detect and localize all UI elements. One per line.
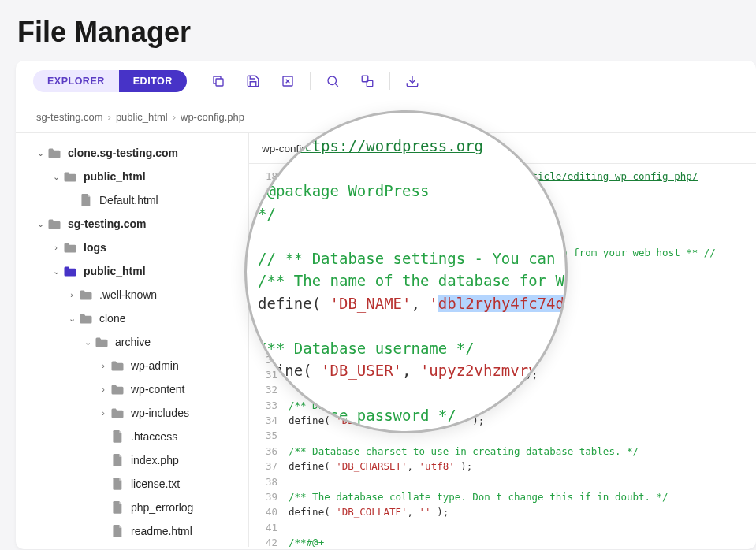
svg-rect-0: [216, 79, 223, 86]
code-line[interactable]: 39/** The database collate type. Don't c…: [249, 489, 756, 504]
code-line[interactable]: 29: [249, 336, 756, 351]
line-number: 33: [249, 398, 289, 413]
code-line[interactable]: 38: [249, 474, 756, 489]
file-icon: [110, 524, 125, 538]
breadcrumb-segment[interactable]: sg-testing.com: [36, 111, 103, 123]
editor-area: wp-config.php 18 * @link https://wordpre…: [249, 133, 756, 547]
tree-file[interactable]: Default.html: [16, 188, 248, 212]
tree-label: clone: [99, 312, 125, 325]
chevron-down-icon[interactable]: ⌄: [66, 314, 77, 324]
code-line[interactable]: 42/**#@+: [249, 535, 756, 547]
search-icon[interactable]: [315, 69, 350, 94]
line-number: 41: [249, 520, 289, 535]
discard-icon[interactable]: [270, 69, 305, 94]
tree-folder[interactable]: ⌄archive: [16, 330, 248, 354]
file-tab-wp-config[interactable]: wp-config.php: [249, 133, 341, 163]
line-number: 19: [249, 184, 289, 199]
copy-icon[interactable]: [201, 69, 236, 94]
tree-folder[interactable]: ›.well-known: [16, 283, 248, 307]
code-view[interactable]: 18 * @link https://wordpress.org/support…: [249, 164, 756, 547]
download-icon[interactable]: [395, 69, 430, 94]
chevron-right-icon[interactable]: ›: [50, 243, 61, 252]
tree-label: Default.html: [99, 194, 158, 206]
file-tree[interactable]: ⌄clone.sg-testing.com⌄public_htmlDefault…: [16, 133, 249, 547]
line-number: 38: [249, 474, 289, 489]
chevron-right-icon[interactable]: ›: [98, 361, 109, 370]
tree-folder[interactable]: ⌄public_html: [16, 259, 248, 283]
chevron-right-icon[interactable]: ›: [98, 385, 109, 394]
line-number: 31: [249, 367, 289, 382]
line-number: 36: [249, 444, 289, 459]
code-line[interactable]: 28define( 'DB_USER', 'upyz2vhzmvrv9' );: [249, 321, 756, 336]
page-title: File Manager: [0, 0, 756, 61]
code-line[interactable]: 22: [249, 230, 756, 245]
tree-folder[interactable]: ⌄clone: [16, 307, 248, 330]
tree-file[interactable]: php_errorlog: [16, 496, 248, 519]
code-line[interactable]: 19 *: [249, 184, 756, 199]
code-line[interactable]: 34define( 'DB_HOST', 'localhost' );: [249, 413, 756, 428]
code-line[interactable]: 36/** Database charset to use in creatin…: [249, 444, 756, 459]
tree-file[interactable]: .htaccess: [16, 425, 248, 448]
tree-folder[interactable]: ›wp-includes: [16, 401, 248, 425]
chevron-right-icon: ›: [108, 111, 111, 123]
file-icon: [79, 193, 93, 207]
chevron-down-icon[interactable]: ⌄: [35, 148, 46, 158]
chevron-down-icon[interactable]: ⌄: [50, 172, 61, 182]
folder-icon: [47, 217, 61, 231]
save-icon[interactable]: [236, 69, 270, 94]
folder-icon: [110, 382, 125, 396]
line-number: 29: [249, 336, 289, 351]
code-line[interactable]: 40define( 'DB_COLLATE', '' );: [249, 504, 756, 519]
code-line[interactable]: 23// ** Database settings - You can get …: [249, 245, 756, 260]
tree-label: license.txt: [131, 478, 180, 490]
code-line[interactable]: 30/** Database password */: [249, 352, 756, 367]
replace-icon[interactable]: [350, 69, 385, 94]
separator: [389, 72, 390, 90]
tree-file[interactable]: index.php: [16, 448, 248, 472]
tree-label: .htaccess: [131, 430, 177, 443]
tree-label: wp-content: [131, 383, 184, 396]
tree-folder[interactable]: ⌄clone.sg-testing.com: [16, 141, 248, 165]
tree-folder[interactable]: ›wp-content: [16, 377, 248, 401]
tree-folder[interactable]: ⌄sg-testing.com: [16, 212, 248, 236]
code-line[interactable]: 25define( 'DB_NAME', 'dbl2ryhy4fc74d' );: [249, 276, 756, 291]
chevron-down-icon[interactable]: ⌄: [82, 337, 93, 347]
tree-file[interactable]: readme.html: [16, 519, 248, 543]
chevron-down-icon[interactable]: ⌄: [35, 219, 46, 229]
code-line[interactable]: 35: [249, 428, 756, 443]
tree-label: wp-admin: [131, 359, 179, 372]
tree-folder[interactable]: ›logs: [16, 236, 248, 259]
folder-icon: [63, 169, 77, 184]
chevron-down-icon[interactable]: ⌄: [50, 266, 61, 277]
code-line[interactable]: 24/** The name of the database for WordP…: [249, 260, 756, 275]
line-number: 40: [249, 504, 289, 519]
breadcrumb-segment[interactable]: public_html: [116, 111, 168, 123]
tree-file[interactable]: license.txt: [16, 472, 248, 496]
file-icon: [110, 500, 125, 515]
code-line[interactable]: 21 */: [249, 214, 756, 229]
code-line[interactable]: 32: [249, 382, 756, 397]
code-line[interactable]: 41: [249, 520, 756, 535]
code-line[interactable]: 27/** Database username */: [249, 306, 756, 321]
tree-folder[interactable]: ⌄public_html: [16, 165, 248, 188]
code-line[interactable]: 37define( 'DB_CHARSET', 'utf8' );: [249, 459, 756, 474]
code-line[interactable]: 33/** Database hostname */: [249, 398, 756, 413]
line-number: 42: [249, 535, 289, 547]
tree-label: clone.sg-testing.com: [68, 147, 178, 159]
mode-tabs: EXPLORER EDITOR: [33, 70, 187, 92]
tab-editor[interactable]: EDITOR: [119, 70, 187, 92]
chevron-right-icon[interactable]: ›: [66, 290, 77, 299]
file-icon: [110, 453, 125, 467]
tree-folder[interactable]: ›wp-admin: [16, 354, 248, 377]
code-line[interactable]: 18 * @link https://wordpress.org/support…: [249, 169, 756, 184]
code-line[interactable]: 31define( 'DB_PASSWORD', '5rzqgn8nt4969e…: [249, 367, 756, 382]
tab-explorer[interactable]: EXPLORER: [33, 70, 119, 92]
breadcrumb-segment[interactable]: wp-config.php: [181, 111, 244, 123]
chevron-right-icon[interactable]: ›: [98, 408, 109, 418]
folder-icon: [110, 406, 125, 420]
tree-label: index.php: [131, 454, 179, 466]
code-line[interactable]: 26: [249, 291, 756, 306]
folder-icon: [63, 264, 77, 278]
svg-line-5: [335, 84, 337, 86]
code-line[interactable]: 20 * @package WordPress: [249, 199, 756, 214]
